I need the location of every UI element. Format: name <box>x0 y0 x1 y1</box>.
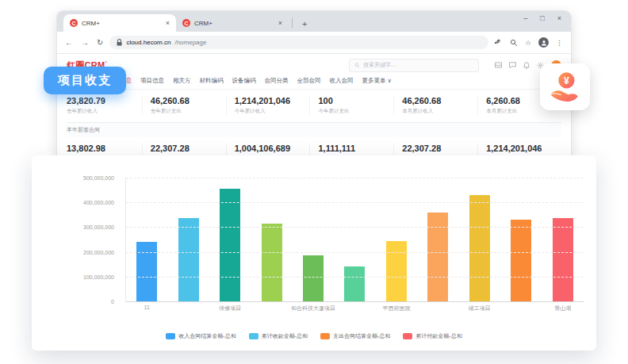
nav-item[interactable]: 全部合同 <box>297 77 321 85</box>
legend-item[interactable]: 累计付款金额-总和 <box>403 332 461 340</box>
crm-header: 红圈CRM° 搜索关键字... <box>57 54 571 75</box>
project-income-expense-badge: 项目收支 <box>44 67 126 94</box>
bar <box>178 218 199 301</box>
nav-item[interactable]: 收入合同 <box>330 77 354 85</box>
search-placeholder: 搜索关键字... <box>363 61 396 69</box>
person-icon <box>541 40 547 46</box>
legend-label: 累计付款金额-总和 <box>415 332 461 340</box>
message-icon[interactable] <box>509 62 516 68</box>
bar-slot: 竣工项目 <box>469 178 490 301</box>
profile-avatar[interactable] <box>538 37 549 48</box>
screenshot-stage: C CRM+ × C CRM+ × + – □ × ← → ↻ <box>0 0 628 364</box>
bar <box>427 213 448 301</box>
stat-label: 今年累计支出 <box>318 108 393 115</box>
bar-slot <box>178 178 199 301</box>
bell-icon[interactable] <box>523 62 530 69</box>
legend-item[interactable]: 收入合同结算金额-总和 <box>166 332 236 340</box>
y-tick-label: 200,000,000 <box>32 249 114 255</box>
x-axis-label: 平西府医院 <box>382 305 410 312</box>
reload-button[interactable]: ↻ <box>97 38 103 47</box>
back-button[interactable]: ← <box>65 38 73 47</box>
bar <box>469 195 490 301</box>
bar-series: 11保修项目和合科技大厦项目平西府医院竣工项目青山湖 <box>126 178 584 301</box>
browser-menu-icon[interactable]: ⋮ <box>556 39 563 47</box>
forward-button[interactable]: → <box>81 38 89 47</box>
nav-item[interactable]: 合同分类 <box>265 77 289 85</box>
browser-toolbar-icons: ☆ ⋮ <box>495 37 563 48</box>
legend-label: 支出合同结算金额-总和 <box>333 332 390 340</box>
legend-swatch <box>320 333 330 339</box>
legend-item[interactable]: 累计收款金额-总和 <box>249 332 308 340</box>
bar-slot <box>427 178 448 301</box>
x-axis-label: 竣工项目 <box>469 305 491 312</box>
bar-slot <box>344 178 365 301</box>
tab-divider <box>292 18 293 28</box>
stat-label: 去年累计支出 <box>151 108 226 115</box>
stat-value: 100 <box>318 96 393 105</box>
stat-label: 今年累计收入 <box>235 108 310 115</box>
bar <box>386 241 407 301</box>
legend-swatch <box>403 333 412 339</box>
crm-favicon-icon: C <box>70 19 78 27</box>
search-input[interactable]: 搜索关键字... <box>349 59 479 72</box>
bar-slot <box>511 178 531 301</box>
stat-value: 1,214,201,046 <box>235 96 310 105</box>
stat-item: 100今年累计支出 <box>309 96 393 115</box>
stat-value: 46,260.68 <box>151 96 226 105</box>
nav-item[interactable]: 相关方 <box>173 77 191 85</box>
tab-close-icon[interactable]: × <box>166 19 170 27</box>
address-field[interactable]: cloud.hecom.cn/homepage <box>109 36 488 49</box>
bar-slot: 平西府医院 <box>386 178 407 301</box>
stat-item: 1,214,201,046今年累计收入 <box>226 96 310 115</box>
y-tick-label: 100,000,000 <box>32 274 114 279</box>
tab-crm-1[interactable]: C CRM+ × <box>63 14 176 32</box>
search-zoom-icon[interactable] <box>510 39 518 47</box>
search-icon <box>354 63 360 68</box>
stat-value: 1,004,106,689 <box>235 144 310 153</box>
tab-close-icon[interactable]: × <box>278 19 282 27</box>
bar-slot: 保修项目 <box>220 178 240 301</box>
chart-legend: 收入合同结算金额-总和累计收款金额-总和支出合同结算金额-总和累计付款金额-总和 <box>32 332 596 340</box>
bar <box>303 255 324 301</box>
stat-value: 1,214,201,046 <box>486 144 561 153</box>
bar <box>344 266 365 301</box>
crm-favicon-icon: C <box>182 19 190 27</box>
x-axis-label: 青山湖 <box>554 305 571 312</box>
legend-swatch <box>249 333 258 339</box>
y-axis-labels: 500,000,000400,000,000300,000,000200,000… <box>32 178 114 301</box>
y-tick-label: 0 <box>32 299 114 305</box>
stat-label: 本月累计收入 <box>402 108 477 115</box>
close-button[interactable]: × <box>557 14 561 22</box>
nav-item[interactable]: 设备编码 <box>232 77 256 85</box>
stat-value: 1,111,111 <box>318 144 393 153</box>
bar <box>136 242 157 301</box>
tab-crm-2[interactable]: C CRM+ × <box>176 14 289 32</box>
window-controls: – □ × <box>523 14 561 22</box>
browser-nav-buttons: ← → ↻ <box>65 38 103 47</box>
nav-item[interactable]: 更多菜单 ∨ <box>362 77 392 85</box>
x-axis-line <box>126 301 584 302</box>
bar <box>262 224 282 301</box>
money-floating-button[interactable]: ¥ <box>540 63 590 110</box>
y-tick-label: 500,000,000 <box>32 175 114 181</box>
legend-swatch <box>166 333 175 339</box>
maximize-button[interactable]: □ <box>540 14 544 22</box>
stats-row-1: 23,820.79去年累计收入46,260.68去年累计支出1,214,201,… <box>67 90 561 122</box>
nav-item[interactable]: 材料编码 <box>200 77 224 85</box>
gridline <box>126 252 584 253</box>
tab-title: CRM+ <box>194 20 274 27</box>
url-domain: cloud.hecom.cn <box>126 39 170 46</box>
new-tab-button[interactable]: + <box>302 19 307 29</box>
hand-coin-yuan-icon: ¥ <box>547 70 584 105</box>
crm-page: 红圈CRM° 搜索关键字... 首页常用菜单消息项目信息相关方材料编码设备编码合… <box>57 54 571 171</box>
minimize-button[interactable]: – <box>523 14 527 22</box>
legend-label: 累计收款金额-总和 <box>262 332 308 340</box>
inbox-icon[interactable] <box>495 62 502 68</box>
gridline <box>126 202 584 203</box>
legend-item[interactable]: 支出合同结算金额-总和 <box>320 332 390 340</box>
app-nav: 首页常用菜单消息项目信息相关方材料编码设备编码合同分类全部合同收入合同更多菜单 … <box>57 75 571 90</box>
bar <box>220 189 240 301</box>
key-icon[interactable] <box>495 39 503 47</box>
bookmark-star-icon[interactable]: ☆ <box>525 39 531 47</box>
nav-item[interactable]: 项目信息 <box>140 77 164 85</box>
